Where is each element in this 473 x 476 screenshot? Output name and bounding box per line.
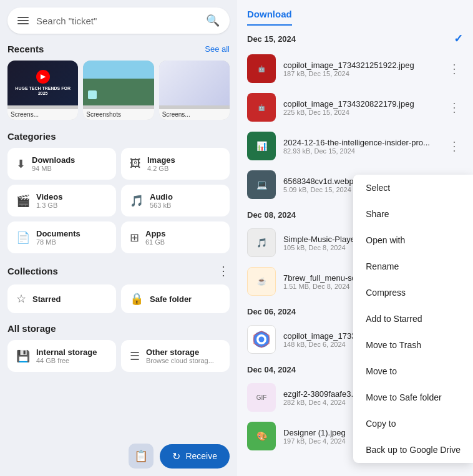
categories-header: Categories: [7, 131, 230, 142]
file-meta-0-2: 82.93 kB, Dec 15, 2024: [283, 147, 438, 155]
recents-label: Recents: [7, 44, 44, 54]
file-meta-0-0: 187 kB, Dec 15, 2024: [283, 70, 438, 77]
bottom-bar: 📋 ↻ Receive: [7, 436, 230, 476]
ctx-move-safe[interactable]: Move to Safe folder: [353, 384, 473, 410]
ctx-copy-to[interactable]: Copy to: [353, 410, 473, 437]
file-thumb-0-0: 🤖: [247, 54, 276, 83]
file-item-0-1[interactable]: 🤖 copilot_image_1734320822179.jpeg 225 k…: [237, 88, 473, 127]
file-menu-btn-0-2[interactable]: ⋮: [446, 136, 463, 156]
ctx-open-with[interactable]: Open with: [353, 227, 473, 253]
cat-apps[interactable]: ⊞ Apps 61 GB: [121, 221, 230, 253]
file-item-0-2[interactable]: 📊 2024-12-16-the-intelligence-insider-pr…: [237, 127, 473, 165]
cat-name-0: Downloads: [32, 155, 75, 165]
clipboard-icon-btn[interactable]: 📋: [129, 444, 154, 469]
all-storage-header: All storage: [7, 323, 230, 334]
storage-name-1: Other storage: [146, 347, 214, 357]
file-thumb-3-1: 🎨: [247, 422, 276, 450]
cat-size-5: 61 GB: [145, 238, 166, 246]
categories-grid: ⬇ Downloads 94 MB 🖼 Images 4.2 GB 🎬 Vide…: [7, 148, 230, 253]
search-icon[interactable]: 🔍: [206, 14, 220, 27]
date-label-1: Dec 08, 2024: [247, 210, 296, 220]
receive-button[interactable]: ↻ Receive: [160, 444, 230, 469]
file-thumb-0-3: 💻: [247, 170, 276, 199]
cat-name-3: Audio: [150, 192, 173, 202]
file-thumb-1-1: ☕: [247, 267, 276, 296]
recents-row: ▶ HUGE TECH TRENDS FOR 2025 Screens... S…: [7, 61, 230, 120]
storage-grid: 💾 Internal storage 44 GB free ☰ Other st…: [7, 340, 230, 372]
storage-internal[interactable]: 💾 Internal storage 44 GB free: [7, 340, 116, 372]
ctx-select[interactable]: Select: [353, 175, 473, 201]
cat-size-2: 1.3 GB: [36, 202, 62, 209]
file-thumb-0-2: 📊: [247, 132, 276, 160]
file-thumb-3-0: GIF: [247, 383, 276, 412]
collections-section: Collections ⋮ ☆ Starred 🔒 Safe folder: [7, 263, 230, 313]
ctx-backup-drive[interactable]: Back up to Google Drive: [353, 437, 473, 463]
categories-label: Categories: [7, 131, 56, 142]
cat-name-5: Apps: [145, 229, 166, 238]
file-thumb-1-0: 🎵: [247, 228, 276, 257]
recent-thumb-label-1: Screenshots: [83, 109, 154, 120]
storage-sub-1: Browse cloud storag...: [146, 357, 214, 364]
file-menu-btn-0-1[interactable]: ⋮: [446, 97, 463, 117]
download-tab[interactable]: Download: [247, 9, 292, 26]
file-meta-0-1: 225 kB, Dec 15, 2024: [283, 109, 438, 116]
ctx-move-to[interactable]: Move to: [353, 358, 473, 384]
collections-header: Collections ⋮: [7, 263, 230, 278]
file-name-0-1: copilot_image_1734320822179.jpeg: [283, 99, 438, 109]
cat-name-2: Videos: [36, 192, 62, 202]
images-icon: 🖼: [130, 157, 141, 170]
cat-size-3: 563 kB: [150, 202, 173, 209]
recent-thumb-label-0: Screens...: [7, 109, 78, 120]
coll-safe-folder[interactable]: 🔒 Safe folder: [121, 284, 230, 313]
collections-menu-icon[interactable]: ⋮: [217, 263, 230, 278]
right-header: Download: [237, 0, 473, 26]
file-name-0-0: copilot_image_1734321251922.jpeg: [283, 61, 438, 70]
recent-thumb-2[interactable]: Screens...: [159, 61, 230, 120]
file-thumb-0-1: 🤖: [247, 93, 276, 122]
recent-thumb-1[interactable]: Screenshots: [83, 61, 154, 120]
date-label-2: Dec 06, 2024: [247, 307, 296, 316]
check-icon-0: ✓: [454, 32, 463, 46]
ctx-rename[interactable]: Rename: [353, 253, 473, 279]
apps-icon: ⊞: [130, 231, 139, 245]
file-item-0-0[interactable]: 🤖 copilot_image_1734321251922.jpeg 187 k…: [237, 49, 473, 88]
cat-images[interactable]: 🖼 Images 4.2 GB: [121, 148, 230, 180]
categories-section: Categories ⬇ Downloads 94 MB 🖼 Images 4.…: [7, 131, 230, 253]
downloads-icon: ⬇: [16, 157, 26, 171]
internal-storage-icon: 💾: [16, 349, 30, 363]
storage-sub-0: 44 GB free: [36, 357, 97, 364]
cat-audio[interactable]: 🎵 Audio 563 kB: [121, 185, 230, 216]
file-menu-btn-0-0[interactable]: ⋮: [446, 59, 463, 79]
coll-name-1: Safe folder: [150, 294, 192, 304]
coll-starred[interactable]: ☆ Starred: [7, 284, 116, 313]
storage-other[interactable]: ☰ Other storage Browse cloud storag...: [121, 340, 230, 372]
recent-thumb-label-2: Screens...: [159, 109, 230, 120]
collections-grid: ☆ Starred 🔒 Safe folder: [7, 284, 230, 313]
see-all-button[interactable]: See all: [205, 44, 230, 54]
file-thumb-2-0: [247, 325, 276, 354]
ctx-share[interactable]: Share: [353, 201, 473, 227]
ctx-compress[interactable]: Compress: [353, 279, 473, 306]
hamburger-icon[interactable]: [17, 17, 29, 24]
date-header-0: Dec 15, 2024 ✓: [237, 26, 473, 49]
cat-videos[interactable]: 🎬 Videos 1.3 GB: [7, 185, 116, 216]
other-storage-icon: ☰: [130, 349, 140, 363]
file-name-0-2: 2024-12-16-the-intelligence-insider-pro.…: [283, 138, 438, 147]
right-panel: Download Dec 15, 2024 ✓ 🤖 copilot_image_…: [237, 0, 473, 476]
search-bar[interactable]: Search "ticket" 🔍: [7, 7, 230, 34]
cat-size-4: 78 MB: [36, 238, 80, 246]
cat-name-1: Images: [147, 155, 175, 165]
ctx-add-starred[interactable]: Add to Starred: [353, 306, 473, 332]
cat-documents[interactable]: 📄 Documents 78 MB: [7, 221, 116, 253]
safe-folder-icon: 🔒: [130, 292, 144, 306]
collections-label: Collections: [7, 266, 58, 276]
cat-downloads[interactable]: ⬇ Downloads 94 MB: [7, 148, 116, 180]
all-storage-section: All storage 💾 Internal storage 44 GB fre…: [7, 323, 230, 372]
videos-icon: 🎬: [16, 194, 30, 208]
svg-point-2: [259, 337, 265, 342]
search-text: Search "ticket": [36, 16, 206, 26]
all-storage-label: All storage: [7, 323, 56, 334]
recents-header: Recents See all: [7, 44, 230, 54]
recent-thumb-0[interactable]: ▶ HUGE TECH TRENDS FOR 2025 Screens...: [7, 61, 78, 120]
ctx-move-trash[interactable]: Move to Trash: [353, 332, 473, 358]
